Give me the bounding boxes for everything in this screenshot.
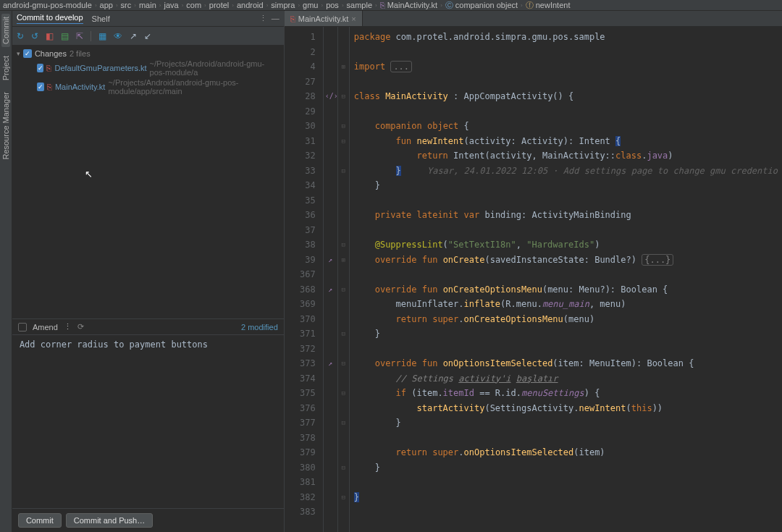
line-number-gutter: 1242728293031323334353637383936736836937… (285, 27, 324, 532)
crumb-11[interactable]: sample (347, 1, 372, 9)
file-name: MainActivity.kt (55, 83, 105, 91)
crumb-4[interactable]: java (164, 1, 178, 9)
changes-label: Changes (35, 49, 67, 58)
mouse-cursor-icon: ↖ (85, 169, 93, 180)
left-tool-rail: Commit Project Resource Manager (0, 11, 12, 532)
crumb-method[interactable]: ⓕnewIntent (526, 0, 571, 11)
crumb-3[interactable]: main (139, 1, 156, 9)
commit-panel: Commit to develop Shelf ⋮ — ↻ ↺ ◧ ▤ ⇱ ▦ … (12, 11, 285, 532)
editor-area: ⎘ MainActivity.kt × 12427282930313233343… (285, 11, 782, 532)
fold-gutter: ⊞⊟⊟⊟⊟⊟⊞⊟⊟⊟⊟⊟⊟⊟ (338, 27, 350, 532)
refresh-icon[interactable]: ↻ (17, 31, 24, 41)
tab-label: MainActivity.kt (298, 14, 348, 23)
file-checkbox[interactable]: ✓ (37, 83, 44, 91)
group-icon[interactable]: ▦ (98, 31, 106, 41)
amend-label: Amend (33, 323, 58, 332)
commit-toolbar: ↻ ↺ ◧ ▤ ⇱ ▦ 👁 ↗ ↙ (12, 27, 284, 46)
amend-checkbox[interactable] (18, 323, 27, 332)
crumb-5[interactable]: com (186, 1, 201, 9)
tab-shelf[interactable]: Shelf (92, 14, 110, 23)
more-icon[interactable]: ⋮ (259, 14, 267, 23)
editor-tabs: ⎘ MainActivity.kt × (285, 11, 782, 27)
crumb-9[interactable]: gmu (303, 1, 318, 9)
breadcrumb: android-gmu-pos-module› app› src› main› … (0, 0, 782, 11)
commit-meta-row: Amend ⋮ ⟳ 2 modified (12, 318, 284, 334)
file-path: ~/Projects/Android/android-gmu-pos-modul… (108, 78, 279, 96)
file-checkbox[interactable]: ✓ (37, 64, 44, 72)
file-name: DefaultGmuParameters.kt (54, 64, 146, 72)
collapse-icon[interactable]: ↙ (144, 31, 151, 41)
close-icon[interactable]: × (351, 14, 356, 23)
changes-count: 2 files (70, 49, 91, 58)
expand-icon[interactable]: ↗ (130, 31, 137, 41)
rail-project[interactable]: Project (1, 53, 10, 83)
kotlin-file-icon: ⎘ (47, 83, 52, 91)
rollback-icon[interactable]: ↺ (31, 31, 38, 41)
tab-commit-to-develop[interactable]: Commit to develop (17, 13, 83, 24)
crumb-class[interactable]: Ⓒcompanion object (445, 0, 518, 11)
editor-tab-mainactivity[interactable]: ⎘ MainActivity.kt × (285, 11, 363, 26)
crumb-0[interactable]: android-gmu-pos-module (3, 1, 92, 9)
crumb-10[interactable]: pos (326, 1, 339, 9)
rail-resource-manager[interactable]: Resource Manager (1, 89, 10, 163)
chevron-down-icon[interactable]: ▾ (17, 50, 20, 57)
kotlin-file-icon: ⎘ (290, 14, 295, 23)
commit-and-push-button[interactable]: Commit and Push… (66, 513, 153, 528)
more-icon[interactable]: ⋮ (64, 322, 72, 332)
crumb-8[interactable]: simpra (271, 1, 295, 9)
shelve-icon[interactable]: ⇱ (76, 31, 83, 41)
file-row-1[interactable]: ✓ ⎘ MainActivity.kt ~/Projects/Android/a… (15, 77, 281, 96)
commit-buttons: Commit Commit and Push… (12, 508, 284, 532)
crumb-file[interactable]: ⎘MainActivity.kt (380, 1, 437, 9)
changelist-icon[interactable]: ▤ (61, 31, 69, 41)
crumb-6[interactable]: protel (209, 1, 230, 9)
diff-icon[interactable]: ◧ (46, 31, 54, 41)
commit-button[interactable]: Commit (18, 513, 62, 528)
code-content[interactable]: package com.protel.android.simpra.gmu.po… (350, 27, 782, 532)
view-icon[interactable]: 👁 (114, 31, 122, 41)
history-icon[interactable]: ⟳ (77, 322, 84, 332)
crumb-2[interactable]: src (121, 1, 132, 9)
crumb-1[interactable]: app (100, 1, 113, 9)
file-path: ~/Projects/Android/android-gmu-pos-modul… (150, 59, 279, 77)
file-row-0[interactable]: ✓ ⎘ DefaultGmuParameters.kt ~/Projects/A… (15, 59, 281, 77)
gutter-icons: ‹/›↗↗↗ (324, 27, 338, 532)
minimize-icon[interactable]: — (272, 14, 279, 23)
crumb-7[interactable]: android (237, 1, 264, 9)
code-area[interactable]: 1242728293031323334353637383936736836937… (285, 27, 782, 532)
commit-message-input[interactable]: Add corner radius to payment buttons (12, 334, 284, 508)
changes-checkbox[interactable]: ✓ (23, 49, 32, 58)
kotlin-file-icon: ⎘ (46, 64, 51, 72)
modified-count: 2 modified (241, 323, 278, 332)
commit-panel-header: Commit to develop Shelf ⋮ — (12, 11, 284, 27)
changes-node[interactable]: ▾ ✓ Changes 2 files (15, 48, 281, 59)
changes-tree: ▾ ✓ Changes 2 files ✓ ⎘ DefaultGmuParame… (12, 46, 284, 318)
rail-commit[interactable]: Commit (1, 14, 10, 47)
